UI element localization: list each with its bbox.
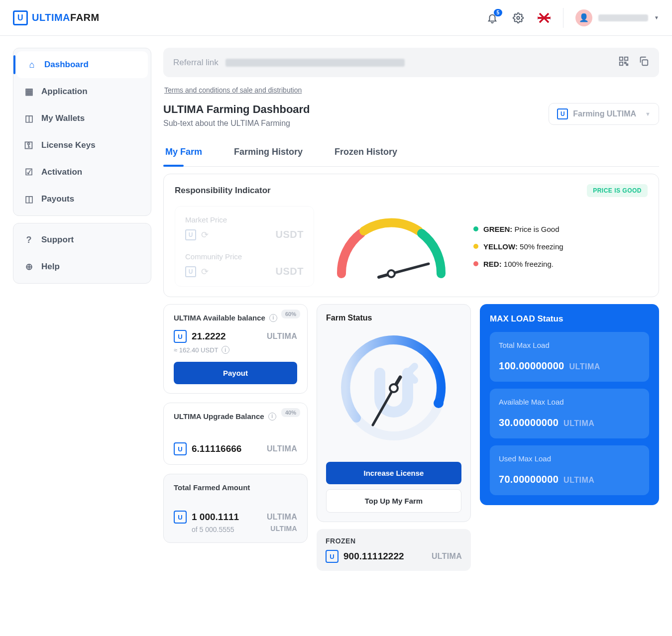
wallet-icon: ◫ (23, 113, 34, 124)
responsibility-title: Responsibility Indicator (175, 186, 271, 196)
card-icon: ◫ (23, 194, 34, 205)
svg-point-7 (388, 270, 395, 277)
globe-icon: ⊕ (23, 261, 34, 272)
username-blurred (598, 14, 648, 21)
referral-label: Referral link (173, 58, 219, 68)
farm-status-card: Farm Status (317, 304, 471, 522)
amount-unit: ULTIMA (267, 444, 297, 453)
amount-value: 21.2222 (192, 331, 226, 342)
sidebar-group-main: ⌂ Dashboard ▦ Application ◫ My Wallets ⚿… (13, 48, 151, 216)
sidebar-item-application[interactable]: ▦ Application (13, 78, 151, 105)
token-select[interactable]: U Farming ULTIMA ▼ (549, 103, 659, 125)
dot-red-icon (473, 261, 478, 266)
chevron-down-icon: ▼ (645, 111, 651, 117)
question-icon: ? (23, 234, 34, 245)
svg-point-10 (390, 384, 398, 392)
qr-icon (618, 56, 629, 67)
tab-frozen-history[interactable]: Frozen History (333, 139, 399, 166)
sidebar-item-support[interactable]: ? Support (13, 226, 151, 253)
upgrade-balance-card: 40% ULTIMA Upgrade Balancei U6.11116666 … (163, 403, 308, 465)
payout-button[interactable]: Payout (174, 362, 297, 384)
frozen-amount: 900.11112222 (343, 551, 404, 562)
divider (563, 8, 563, 28)
responsibility-gauge (329, 209, 453, 284)
svg-rect-5 (627, 64, 628, 66)
tabs: My Farm Farming History Frozen History (163, 139, 659, 167)
qr-button[interactable] (618, 56, 629, 69)
brand-logo[interactable]: U ULTIMAFARM (13, 10, 100, 25)
frozen-card: FROZEN U900.11112222 ULTIMA (317, 529, 471, 571)
sidebar-item-wallets[interactable]: ◫ My Wallets (13, 105, 151, 132)
u-token-icon: U (557, 108, 568, 119)
key-icon: ⚿ (23, 140, 34, 151)
block-value: 70.00000000 (499, 474, 559, 485)
u-token-icon: U (185, 229, 196, 240)
sidebar-item-activation[interactable]: ☑ Activation (13, 159, 151, 186)
token-select-label: Farming ULTIMA (573, 109, 636, 118)
card-title: ULTIMA Available balancei (174, 314, 297, 322)
responsibility-panel: Responsibility Indicator PRICE IS GOOD M… (163, 174, 659, 297)
sidebar-item-help[interactable]: ⊕ Help (13, 253, 151, 280)
notification-badge: 5 (494, 9, 503, 16)
dot-green-icon (473, 226, 478, 231)
refresh-icon[interactable]: ⟳ (201, 266, 209, 277)
svg-rect-6 (642, 60, 648, 65)
amount-unit: ULTIMA (267, 513, 297, 522)
card-title: Farm Status (326, 314, 461, 322)
page-title: ULTIMA Farming Dashboard (163, 103, 310, 116)
amount-value: 6.11116666 (192, 443, 241, 454)
sidebar-item-dashboard[interactable]: ⌂ Dashboard (16, 51, 148, 78)
logo-sub: FARM (70, 12, 100, 23)
copy-icon (638, 56, 649, 67)
farm-status-dial (334, 328, 453, 448)
sidebar-item-payouts[interactable]: ◫ Payouts (13, 186, 151, 212)
price-status-badge: PRICE IS GOOD (587, 184, 648, 197)
chevron-down-icon: ▼ (654, 15, 659, 20)
svg-rect-4 (625, 62, 626, 64)
sidebar-item-label: Payouts (41, 194, 74, 204)
gear-icon (513, 12, 524, 23)
approx-value: ≈ 162.40 USDTi (174, 346, 297, 354)
frozen-unit: ULTIMA (432, 552, 462, 561)
refresh-icon[interactable]: ⟳ (201, 229, 209, 240)
svg-point-9 (434, 398, 444, 408)
user-menu[interactable]: 👤 ▼ (575, 9, 659, 26)
amount-unit: ULTIMA (267, 332, 297, 341)
community-price-label: Community Price (185, 252, 304, 261)
gauge-legend: GREEN: Price is Good YELLOW: 50% freezin… (473, 225, 563, 268)
logo-main: ULTIMA (32, 12, 70, 23)
tab-my-farm[interactable]: My Farm (163, 139, 204, 166)
block-unit: ULTIMA (569, 362, 600, 371)
uk-flag-icon (538, 11, 551, 24)
sidebar-item-label: Support (41, 235, 74, 245)
grid-icon: ▦ (23, 86, 34, 97)
u-token-icon: U (185, 266, 196, 277)
topup-farm-button[interactable]: Top Up My Farm (326, 489, 461, 513)
increase-license-button[interactable]: Increase License (326, 462, 461, 484)
language-button[interactable] (537, 11, 551, 25)
sidebar-item-license[interactable]: ⚿ License Keys (13, 132, 151, 159)
page-subtitle: Sub-text about the ULTIMA Farming (163, 119, 310, 128)
svg-rect-3 (620, 62, 623, 65)
sidebar-item-label: Dashboard (44, 60, 89, 70)
maxload-card: MAX LOAD Status Total Max Load 100.00000… (480, 304, 659, 505)
card-title: ULTIMA Upgrade Balancei (174, 412, 297, 421)
info-icon[interactable]: i (269, 314, 277, 322)
terms-link[interactable]: Terms and conditions of sale and distrib… (163, 84, 659, 96)
price-unit: USDT (276, 229, 304, 240)
notifications-button[interactable]: 5 (485, 11, 499, 25)
avatar: 👤 (575, 9, 592, 26)
copy-button[interactable] (638, 56, 649, 69)
tab-farming-history[interactable]: Farming History (232, 139, 305, 166)
total-of-value: of 5 000.5555 (192, 526, 234, 533)
block-unit: ULTIMA (563, 419, 594, 428)
sidebar-item-label: Application (41, 87, 88, 97)
sidebar-item-label: My Wallets (41, 113, 85, 123)
info-icon[interactable]: i (268, 413, 276, 421)
settings-button[interactable] (511, 11, 525, 25)
price-unit: USDT (276, 266, 304, 277)
info-icon[interactable]: i (222, 346, 229, 354)
card-title: Total Farmed Amount (174, 483, 297, 492)
available-balance-card: 60% ULTIMA Available balancei U21.2222 U… (163, 304, 308, 394)
u-token-icon: U (326, 550, 338, 563)
